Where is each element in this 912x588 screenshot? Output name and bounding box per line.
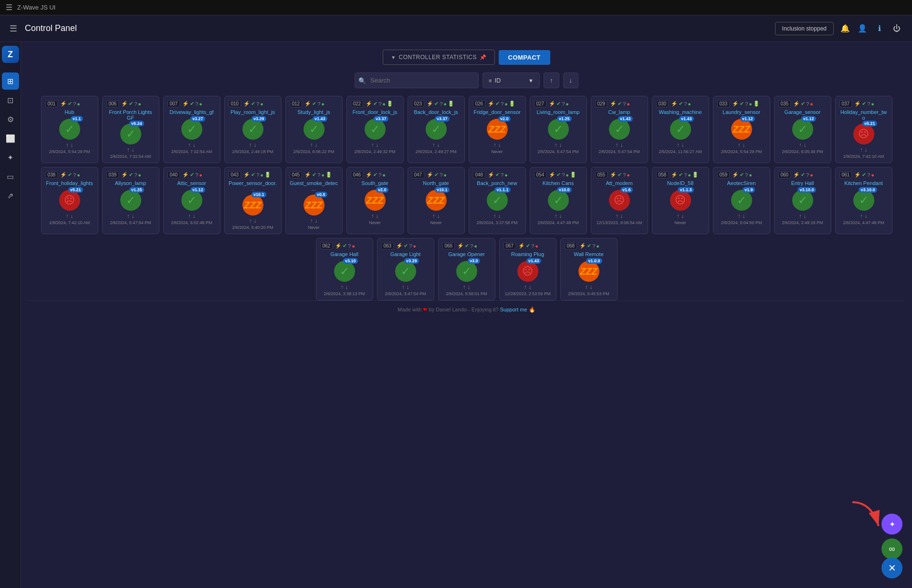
version-badge: v0.5 xyxy=(315,192,327,197)
main-layout: Z ⊞ ⊡ ⚙ ⬜ ✦ ▭ ⇗ ▼ CONTROLLER STATISTICS … xyxy=(0,42,912,588)
sidebar-item-bug[interactable]: ✦ xyxy=(2,149,19,166)
sidebar-item-qr[interactable]: ⊡ xyxy=(2,92,19,109)
device-card[interactable]: 066 ⚡ ✔ ? ● Garage Opener ✓ v3.0 ↑ ↓ 2/6… xyxy=(438,238,495,300)
device-card[interactable]: 063 ⚡ ✔ ? ● Garage Light ✓ v3.29 ↑ ↓ 2/6… xyxy=(377,238,434,300)
device-card[interactable]: 062 ⚡ ✔ ? ● Garage Hall ✓ v3.10 ↑ ↓ 2/6/… xyxy=(316,238,373,300)
question-icon: ? xyxy=(867,101,870,107)
signal-icon: ✔ xyxy=(312,101,316,107)
error-dot-icon: ● xyxy=(871,172,874,178)
device-card[interactable]: 035 ⚡ ✔ ? ● Garage_sensor ✓ v1.12 ↑ ↓ 2/… xyxy=(774,96,831,163)
device-card[interactable]: 001 ⚡ ✔ ? ● Hub ✓ v1.1 ↑ ↓ 2/6/2024, 5:5… xyxy=(41,96,98,163)
device-card[interactable]: 010 ⚡ ✔ ? ● Play_room_light_js ✓ v3.29 ↑… xyxy=(224,96,282,163)
device-status-circle: ✓ v3.10.0 xyxy=(792,190,813,211)
compact-button[interactable]: COMPACT xyxy=(499,50,550,65)
device-card[interactable]: 012 ⚡ ✔ ? ● Study_light_js ✓ v1.43 ↑ ↓ 2… xyxy=(285,96,343,163)
device-card[interactable]: 043 ⚡ ✔ ? ● 🔋 Power_sensor_door... ZZZ v… xyxy=(224,167,282,234)
sidebar-item-folder[interactable]: ▭ xyxy=(2,168,19,185)
card-header: 062 ⚡ ✔ ? ● xyxy=(320,242,369,249)
device-card[interactable]: 039 ⚡ ✔ ? ● Allyson_lamp ✓ v1.25 ↑ ↓ 2/6… xyxy=(102,167,159,234)
device-card[interactable]: 067 ⚡ ✔ ? ● Roaming Plug ☹ v1.43 ↑ ↓ 12/… xyxy=(499,238,556,300)
device-card[interactable]: 058 ⚡ ✔ ? ● 🔋 NodeID_58 ☹ v1.1.3 ↑ ↓ Nev… xyxy=(652,167,709,234)
device-id: 022 xyxy=(351,100,364,107)
footer-text: Made with xyxy=(398,307,421,312)
power-icon: ⚡ xyxy=(457,243,464,249)
device-card[interactable]: 068 ⚡ ✔ ? ● Wall Remote ZZZ v1.0.0 ↑ ↓ 2… xyxy=(560,238,618,300)
controller-statistics-button[interactable]: ▼ CONTROLLER STATISTICS 📌 xyxy=(383,50,494,65)
device-id: 040 xyxy=(168,171,180,178)
question-icon: ? xyxy=(73,172,76,178)
support-link[interactable]: Support me xyxy=(500,307,527,312)
device-name: Washing_machine xyxy=(659,109,702,116)
device-id: 001 xyxy=(45,100,58,107)
device-card[interactable]: 033 ⚡ ✔ ? ● 🔋 Laundry_sensor ZZZ v1.12 ↑… xyxy=(713,96,770,163)
sidebar-item-share[interactable]: ⇗ xyxy=(2,187,19,204)
device-card[interactable]: 054 ⚡ ✔ ? ● 🔋 Kitchen Cans ✓ v10.0 ↑ ↓ 2… xyxy=(530,167,587,234)
fab-magic-button[interactable]: ✦ xyxy=(881,514,902,535)
fab-close-button[interactable]: ✕ xyxy=(881,557,902,578)
search-input[interactable] xyxy=(355,72,479,88)
logout-icon[interactable]: ⏻ xyxy=(891,23,902,34)
checkmark-icon: ✓ xyxy=(187,194,197,207)
device-time: 2/6/2024, 7:32:54 AM xyxy=(110,154,151,159)
sidebar-item-dashboard[interactable]: ⊞ xyxy=(2,72,19,90)
question-icon: ? xyxy=(684,101,687,107)
version-badge: v5.24 xyxy=(129,121,144,126)
sort-select[interactable]: ≡ ID ▼ xyxy=(482,72,540,88)
user-icon[interactable]: 👤 xyxy=(857,23,868,34)
device-card[interactable]: 027 ⚡ ✔ ? ● Living_room_lamp ✓ v1.25 ↑ ↓… xyxy=(530,96,587,163)
ok-dot-icon: ● xyxy=(77,101,80,107)
device-card[interactable]: 048 ⚡ ✔ ? ● Back_porch_new ✓ v1.1.1 ↑ ↓ … xyxy=(469,167,526,234)
signal-icon: ✔ xyxy=(312,172,316,178)
device-card[interactable]: 046 ⚡ ✔ ? ● South_gate ZZZ v2.0 ↑ ↓ Neve… xyxy=(346,167,404,234)
info-icon[interactable]: ℹ xyxy=(874,23,885,34)
device-card[interactable]: 045 ⚡ ✔ ? ● 🔋 Guest_smoke_detec... ZZZ v… xyxy=(285,167,343,234)
device-status-circle: ✓ v1.12 xyxy=(792,119,813,140)
card-header: 012 ⚡ ✔ ? ● xyxy=(290,100,338,107)
device-card[interactable]: 023 ⚡ ✔ ? ● 🔋 Back_door_lock_js ✓ v3.37 … xyxy=(408,96,465,163)
device-card[interactable]: 007 ⚡ ✔ ? ● Driveway_lights_gf ✓ v3.27 ↑… xyxy=(163,96,220,163)
sidebar-item-settings[interactable]: ⚙ xyxy=(2,111,19,128)
inclusion-stopped-button[interactable]: Inclusion stopped xyxy=(775,22,834,35)
device-card[interactable]: 026 ⚡ ✔ ? ● 🔋 Fridge_door_sensor ZZZ v2.… xyxy=(469,96,526,163)
device-card[interactable]: 037 ⚡ ✔ ? ● Holiday_number_two ☹ v5.21 ↑… xyxy=(835,96,892,163)
version-badge: v1.1.1 xyxy=(494,187,510,193)
sort-desc-button[interactable]: ↓ xyxy=(563,72,579,88)
checkmark-icon: ✓ xyxy=(615,123,624,136)
device-card[interactable]: 059 ⚡ ✔ ? ● AeotecSiren ✓ v1.9 ↑ ↓ 2/6/2… xyxy=(713,167,770,234)
ok-dot-icon: ● xyxy=(688,101,691,107)
device-card[interactable]: 006 ⚡ ✔ ? ● Front Porch Lights GF ✓ v5.2… xyxy=(102,96,159,163)
power-icon: ⚡ xyxy=(304,101,311,107)
device-card[interactable]: 029 ⚡ ✔ ? ● Cw_lamp ✓ v1.43 ↑ ↓ 2/6/2024… xyxy=(591,96,648,163)
device-card[interactable]: 060 ⚡ ✔ ? ● Entry Hall ✓ v3.10.0 ↑ ↓ 2/6… xyxy=(774,167,831,234)
checkmark-icon: ✓ xyxy=(126,127,136,141)
device-name: Power_sensor_door... xyxy=(229,180,277,192)
fab-infinity-button[interactable]: ∞ xyxy=(881,538,902,559)
device-name: Holiday_number_two xyxy=(839,109,888,121)
device-card[interactable]: 055 ⚡ ✔ ? ● Att_modem ☹ v1.6 ↑ ↓ 12/13/2… xyxy=(591,167,648,234)
question-icon: ? xyxy=(745,101,748,107)
bell-icon[interactable]: 🔔 xyxy=(839,23,851,34)
device-name: Guest_smoke_detec... xyxy=(290,180,338,192)
question-icon: ? xyxy=(195,172,198,178)
device-card[interactable]: 038 ⚡ ✔ ? ● Front_holiday_lights ☹ v5.21… xyxy=(41,167,98,234)
sort-asc-button[interactable]: ↑ xyxy=(544,72,559,88)
device-card[interactable]: 047 ⚡ ✔ ? ● North_gate ZZZ v10.1 ↑ ↓ Nev… xyxy=(408,167,465,234)
question-icon: ? xyxy=(501,101,503,107)
checkmark-icon: ✓ xyxy=(676,123,685,136)
hamburger-icon[interactable]: ☰ xyxy=(6,3,12,12)
device-card[interactable]: 030 ⚡ ✔ ? ● Washing_machine ✓ v1.43 ↑ ↓ … xyxy=(652,96,709,163)
menu-icon[interactable]: ☰ xyxy=(10,23,17,34)
sidebar-item-calendar[interactable]: ⬜ xyxy=(2,130,19,147)
device-arrows: ↑ ↓ xyxy=(371,142,378,148)
power-icon: ⚡ xyxy=(427,101,433,107)
device-id: 054 xyxy=(534,171,547,178)
device-status-circle: ✓ v3.37 xyxy=(365,119,386,140)
card-header: 038 ⚡ ✔ ? ● xyxy=(45,171,94,178)
device-card[interactable]: 040 ⚡ ✔ ? ● Attic_sensor ✓ v1.12 ↑ ↓ 2/6… xyxy=(163,167,220,234)
power-icon: ⚡ xyxy=(396,243,403,249)
device-card[interactable]: 061 ⚡ ✔ ? ● Kitchen Pendant ✓ v3.10.0 ↑ … xyxy=(835,167,892,234)
device-status-circle: ✓ v1.25 xyxy=(120,190,141,211)
device-name: Study_light_js xyxy=(297,109,330,116)
ok-dot-icon: ● xyxy=(321,101,325,107)
device-card[interactable]: 022 ⚡ ✔ ? ● 🔋 Front_door_lock_js ✓ v3.37… xyxy=(346,96,404,163)
